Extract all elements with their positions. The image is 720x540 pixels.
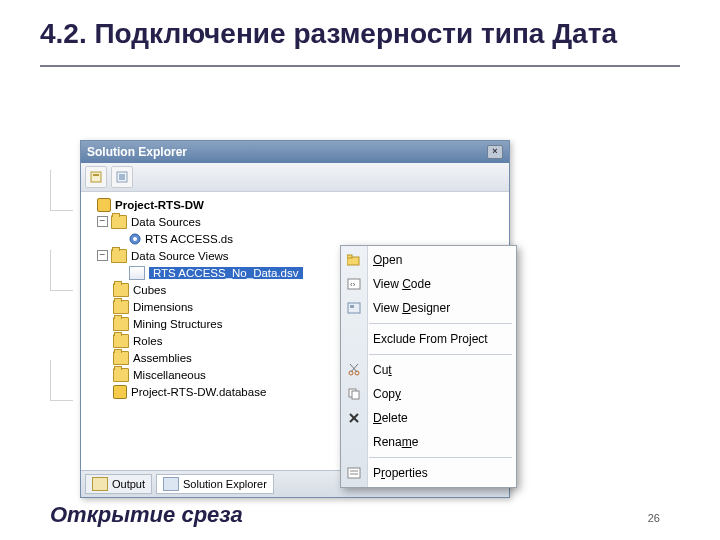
toolbar-btn-2[interactable] — [111, 166, 133, 188]
solution-explorer-icon — [163, 477, 179, 491]
tree-node-data-sources[interactable]: − Data Sources — [81, 213, 509, 230]
folder-icon — [111, 215, 127, 229]
datasource-icon — [129, 233, 141, 245]
node-label: Data Source Views — [131, 250, 229, 262]
node-label: Data Sources — [131, 216, 201, 228]
svg-text:‹›: ‹› — [350, 280, 356, 289]
copy-icon — [346, 386, 362, 402]
expander-minus-icon[interactable]: − — [97, 216, 108, 227]
folder-icon — [113, 300, 129, 314]
ctx-exclude[interactable]: Exclude From Project — [341, 327, 516, 351]
slide-title: 4.2. Подключение размерности типа Дата — [0, 0, 720, 59]
tab-output[interactable]: Output — [85, 474, 152, 494]
context-menu-separator — [369, 354, 512, 355]
svg-rect-1 — [93, 174, 99, 176]
folder-icon — [111, 249, 127, 263]
svg-rect-22 — [348, 468, 360, 478]
tree-project-root[interactable]: Project-RTS-DW — [81, 196, 509, 213]
folder-icon — [113, 283, 129, 297]
panel-toolbar — [81, 163, 509, 192]
node-label: Roles — [133, 335, 162, 347]
tab-solution-explorer[interactable]: Solution Explorer — [156, 474, 274, 494]
delete-icon — [346, 410, 362, 426]
ctx-label: Cut — [373, 363, 392, 377]
properties-icon — [90, 171, 102, 183]
panel-titlebar: Solution Explorer × — [81, 141, 509, 163]
context-menu-separator — [369, 323, 512, 324]
node-label: Assemblies — [133, 352, 192, 364]
decorative-outline — [50, 170, 80, 490]
divider — [40, 65, 680, 67]
page-number: 26 — [648, 512, 660, 524]
ctx-label: View Designer — [373, 301, 450, 315]
toolbar-btn-1[interactable] — [85, 166, 107, 188]
ctx-label: Delete — [373, 411, 408, 425]
expander-minus-icon[interactable]: − — [97, 250, 108, 261]
ctx-view-designer[interactable]: View Designer — [341, 296, 516, 320]
database-icon — [113, 385, 127, 399]
folder-icon — [113, 368, 129, 382]
svg-point-7 — [133, 237, 137, 241]
ctx-label: Rename — [373, 435, 418, 449]
slide-caption: Открытие среза — [50, 502, 243, 528]
ctx-label: Open — [373, 253, 402, 267]
svg-rect-13 — [350, 305, 354, 308]
project-icon — [97, 198, 111, 212]
svg-rect-9 — [347, 255, 352, 258]
open-icon — [346, 252, 362, 268]
ctx-properties[interactable]: Properties — [341, 461, 516, 485]
properties-icon — [346, 465, 362, 481]
item-label: RTS ACCESS.ds — [145, 233, 233, 245]
ctx-cut[interactable]: Cut — [341, 358, 516, 382]
node-label: Cubes — [133, 284, 166, 296]
close-icon[interactable]: × — [487, 145, 503, 159]
ctx-copy[interactable]: Copy — [341, 382, 516, 406]
code-icon: ‹› — [346, 276, 362, 292]
folder-icon — [113, 351, 129, 365]
item-label: Project-RTS-DW.database — [131, 386, 266, 398]
ctx-label: Copy — [373, 387, 401, 401]
context-menu[interactable]: Open ‹› View Code View Designer Exclude … — [340, 245, 517, 488]
ctx-label: Properties — [373, 466, 428, 480]
tab-label: Output — [112, 478, 145, 490]
ctx-open[interactable]: Open — [341, 248, 516, 272]
svg-rect-0 — [91, 172, 101, 182]
selected-item-label: RTS ACCESS_No_Data.dsv — [149, 267, 303, 279]
cut-icon — [346, 362, 362, 378]
context-menu-separator — [369, 457, 512, 458]
node-label: Mining Structures — [133, 318, 222, 330]
node-label: Dimensions — [133, 301, 193, 313]
output-icon — [92, 477, 108, 491]
folder-icon — [113, 334, 129, 348]
dsv-icon — [129, 266, 145, 280]
ctx-label: View Code — [373, 277, 431, 291]
ctx-label: Exclude From Project — [373, 332, 488, 346]
panel-title: Solution Explorer — [87, 145, 187, 159]
ctx-delete[interactable]: Delete — [341, 406, 516, 430]
folder-icon — [113, 317, 129, 331]
svg-rect-19 — [352, 391, 359, 399]
designer-icon — [346, 300, 362, 316]
ctx-view-code[interactable]: ‹› View Code — [341, 272, 516, 296]
show-all-icon — [116, 171, 128, 183]
ctx-rename[interactable]: Rename — [341, 430, 516, 454]
node-label: Miscellaneous — [133, 369, 206, 381]
tab-label: Solution Explorer — [183, 478, 267, 490]
project-label: Project-RTS-DW — [115, 199, 204, 211]
